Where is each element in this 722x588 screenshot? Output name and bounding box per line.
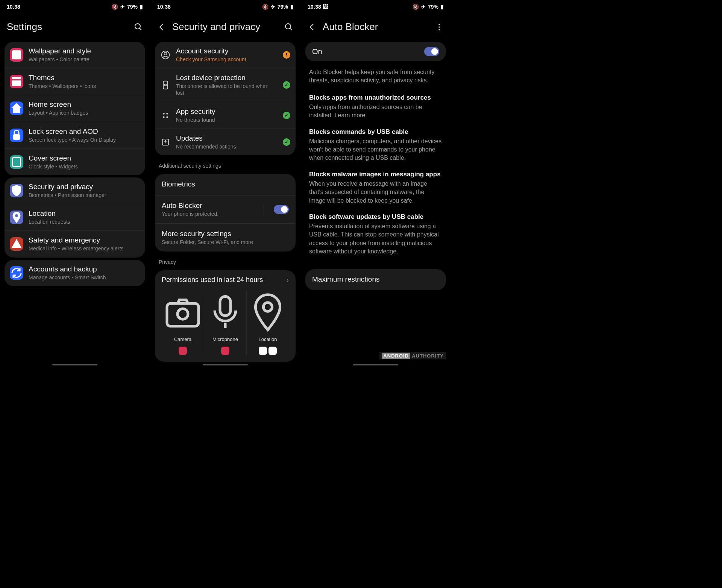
permission-cell[interactable]: Microphone <box>204 290 247 355</box>
status-ok-icon: ✓ <box>283 81 290 89</box>
item-text: Account security Check your Samsung acco… <box>176 47 278 63</box>
item-text: Safety and emergency Medical info • Wire… <box>29 236 140 252</box>
more-icon[interactable] <box>435 23 444 32</box>
item-title: Auto Blocker <box>162 202 258 210</box>
item-text: Themes Themes • Wallpapers • Icons <box>29 74 140 89</box>
nav-handle[interactable] <box>203 364 248 365</box>
item-subtitle: Check your Samsung account <box>176 56 278 63</box>
section-body: Prevents installation of system software… <box>309 222 442 256</box>
status-time: 10:38 <box>157 4 171 10</box>
mic-icon <box>204 290 246 334</box>
security-item[interactable]: App security No threats found ✓ <box>155 102 296 129</box>
mute-icon: 🔇 <box>262 4 268 10</box>
item-title: Wallpaper and style <box>29 47 140 55</box>
svg-point-5 <box>15 214 18 217</box>
settings-item[interactable]: Safety and emergency Medical info • Wire… <box>5 231 145 257</box>
info-section: Blocks malware images in messaging apps … <box>309 171 442 205</box>
svg-line-1 <box>140 28 141 30</box>
nav-handle[interactable] <box>353 364 398 365</box>
item-subtitle: Themes • Wallpapers • Icons <box>29 83 140 89</box>
battery-icon: ▮ <box>290 4 293 10</box>
item-title: Account security <box>176 47 278 55</box>
item-text: More security settingsSecure Folder, Sec… <box>162 230 289 246</box>
app-icon <box>268 347 277 355</box>
back-icon[interactable] <box>157 23 166 32</box>
status-ok-icon: ✓ <box>283 112 290 119</box>
item-text: Security and privacy Biometrics • Permis… <box>29 183 140 199</box>
toggle-switch[interactable] <box>424 47 439 56</box>
svg-rect-2 <box>12 50 21 59</box>
learn-more-link[interactable]: Learn more <box>335 112 366 118</box>
section-label-additional: Additional security settings <box>150 158 300 172</box>
section-body: Malicious chargers, computers, and other… <box>309 137 442 162</box>
additional-item[interactable]: Biometrics <box>155 174 296 195</box>
settings-item[interactable]: Home screen Layout • App icon badges <box>5 95 145 122</box>
item-title: Home screen <box>29 100 140 109</box>
settings-group: Security and privacy Biometrics • Permis… <box>5 177 145 258</box>
nav-handle[interactable] <box>52 364 97 365</box>
svg-point-23 <box>438 29 440 30</box>
battery-icon: ▮ <box>140 4 143 10</box>
svg-point-22 <box>438 26 440 28</box>
settings-item[interactable]: Lock screen and AOD Screen lock type • A… <box>5 122 145 149</box>
pin-icon <box>247 290 289 334</box>
item-subtitle: Location requests <box>29 218 140 225</box>
battery-text: 79% <box>127 4 138 10</box>
svg-point-0 <box>135 24 140 29</box>
svg-rect-10 <box>163 81 168 89</box>
settings-item[interactable]: Cover screen Clock style • Widgets <box>5 149 145 175</box>
item-subtitle: Your phone is protected. <box>162 211 258 217</box>
info-section: Blocks apps from unauthorized sources On… <box>309 94 442 120</box>
item-title: Location <box>29 209 140 218</box>
additional-item[interactable]: Auto BlockerYour phone is protected. <box>155 195 296 224</box>
autoblocker-toggle-card[interactable]: On <box>305 42 446 61</box>
account-icon <box>160 48 171 62</box>
security-item[interactable]: Updates No recommended actions ✓ <box>155 129 296 155</box>
svg-point-21 <box>438 24 440 25</box>
status-time: 10:38 🖼 <box>308 4 328 10</box>
battery-text: 79% <box>428 4 438 10</box>
security-item[interactable]: Lost device protection This phone is all… <box>155 68 296 102</box>
status-bar: 10:38 🔇 ✈ 79% ▮ <box>150 0 300 12</box>
settings-item[interactable]: Accounts and backup Manage accounts • Sm… <box>5 260 145 286</box>
settings-item[interactable]: Location Location requests <box>5 204 145 231</box>
svg-point-18 <box>177 309 188 319</box>
item-title: Lock screen and AOD <box>29 127 140 136</box>
status-time: 10:38 <box>7 4 20 10</box>
permission-cell[interactable]: Location <box>247 290 289 355</box>
svg-point-11 <box>165 84 167 86</box>
settings-item[interactable]: Wallpaper and style Wallpapers • Color p… <box>5 42 145 68</box>
section-label-privacy: Privacy <box>150 254 300 268</box>
item-subtitle: Secure Folder, Secure Wi-Fi, and more <box>162 239 289 246</box>
svg-rect-19 <box>220 297 231 316</box>
app-icon <box>259 347 267 355</box>
section-heading: Blocks malware images in messaging apps <box>309 171 442 178</box>
status-right: 🔇 ✈ 79% ▮ <box>413 4 444 10</box>
item-text: Biometrics <box>162 180 289 189</box>
max-restrictions-card[interactable]: Maximum restrictions <box>305 269 446 290</box>
camera-icon <box>162 290 204 334</box>
security-item[interactable]: Account security Check your Samsung acco… <box>155 42 296 68</box>
updates-icon <box>160 135 171 149</box>
shield-icon <box>10 184 23 197</box>
header: Security and privacy <box>150 12 300 39</box>
settings-item[interactable]: Themes Themes • Wallpapers • Icons <box>5 68 145 95</box>
toggle-switch[interactable] <box>274 205 289 214</box>
page-title: Security and privacy <box>172 21 278 33</box>
section-body: When you receive a message with an image… <box>309 180 442 205</box>
permissions-title: Permissions used in last 24 hours <box>162 276 263 284</box>
airplane-icon: ✈ <box>271 4 275 10</box>
svg-point-6 <box>285 24 291 29</box>
item-subtitle: Screen lock type • Always On Display <box>29 136 140 143</box>
status-ok-icon: ✓ <box>283 138 290 146</box>
permission-label: Microphone <box>212 336 238 342</box>
settings-group: Accounts and backup Manage accounts • Sm… <box>5 260 145 286</box>
permissions-card[interactable]: Permissions used in last 24 hours › Came… <box>155 270 296 362</box>
autoblocker-body: Auto Blocker helps keep you safe from se… <box>301 65 450 267</box>
search-icon[interactable] <box>134 23 143 32</box>
permission-cell[interactable]: Camera <box>162 290 204 355</box>
settings-item[interactable]: Security and privacy Biometrics • Permis… <box>5 177 145 204</box>
back-icon[interactable] <box>308 23 317 32</box>
search-icon[interactable] <box>284 23 293 32</box>
additional-item[interactable]: More security settingsSecure Folder, Sec… <box>155 224 296 252</box>
